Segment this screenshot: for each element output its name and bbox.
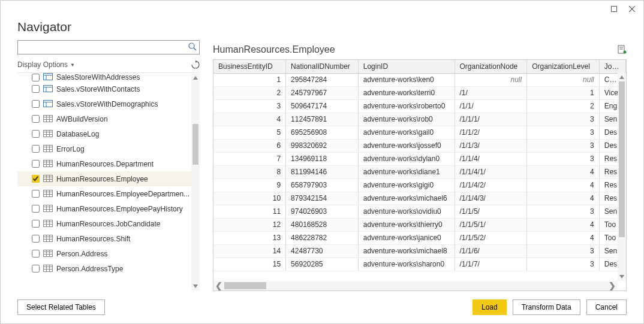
scroll-down-icon[interactable]	[191, 282, 200, 290]
table-icon	[43, 145, 53, 153]
tree-item[interactable]: ErrorLog	[17, 141, 200, 156]
tree-item[interactable]: HumanResources.Shift	[17, 231, 200, 246]
scroll-down-icon[interactable]	[618, 272, 626, 281]
tree-item[interactable]: Sales.vStoreWithContacts	[17, 81, 200, 96]
table-row[interactable]: 8811994146adventure-works\diane1/1/1/4/1…	[213, 165, 626, 178]
tree-item-checkbox[interactable]	[32, 100, 40, 108]
transform-data-button[interactable]: Transform Data	[513, 299, 580, 315]
table-cell: 2	[213, 86, 286, 99]
cancel-button[interactable]: Cancel	[586, 299, 627, 315]
titlebar	[1, 1, 643, 17]
left-pane: Display Options ▼ SalesStoreWithAddresse…	[17, 40, 200, 291]
column-header[interactable]: OrganizationLevel	[527, 60, 600, 73]
table-row[interactable]: 1295847284adventure-works\ken0nullnullCh…	[213, 73, 626, 86]
table-vertical-scrollbar[interactable]	[618, 73, 626, 281]
column-header[interactable]: BusinessEntityID	[213, 60, 286, 73]
tree-item-label: HumanResources.EmployeeDepartmen...	[56, 190, 200, 198]
search-input[interactable]	[17, 40, 200, 54]
preview-options-icon[interactable]	[617, 45, 627, 54]
table-row[interactable]: 3509647174adventure-works\roberto0/1/1/2…	[213, 99, 626, 113]
tree-item[interactable]: HumanResources.EmployeePayHistory	[17, 201, 200, 216]
maximize-button[interactable]	[605, 2, 623, 16]
tree-item-label: Sales.vStoreWithContacts	[56, 85, 200, 93]
tree-item[interactable]: Sales.vStoreWithDemographics	[17, 96, 200, 111]
scrollbar-thumb[interactable]	[619, 81, 625, 237]
tree-item-checkbox[interactable]	[32, 220, 40, 228]
table-icon	[43, 115, 53, 123]
table-row[interactable]: 6998320692adventure-works\jossef0/1/1/3/…	[213, 139, 626, 152]
select-related-tables-button[interactable]: Select Related Tables	[17, 299, 105, 315]
object-tree[interactable]: SalesStoreWithAddressesSales.vStoreWithC…	[17, 73, 200, 291]
tree-item[interactable]: SalesStoreWithAddresses	[17, 73, 200, 81]
table-cell: 509647174	[286, 99, 359, 113]
display-options-dropdown[interactable]: Display Options ▼	[17, 60, 75, 69]
tree-item-checkbox[interactable]	[32, 175, 40, 183]
table-row[interactable]: 1442487730adventure-works\michael8/1/1/6…	[213, 244, 626, 258]
table-icon	[43, 130, 53, 138]
table-cell: adventure-works\terri0	[358, 86, 455, 99]
tree-item-checkbox[interactable]	[32, 115, 40, 123]
tree-item-checkbox[interactable]	[32, 145, 40, 153]
right-pane: HumanResources.Employee BusinessEntityID…	[213, 40, 627, 291]
tree-item-checkbox[interactable]	[32, 205, 40, 213]
page-title: Navigator	[17, 20, 627, 34]
column-header[interactable]: JobTitle	[599, 60, 625, 73]
tree-item[interactable]: Person.AddressType	[17, 261, 200, 276]
tree-item[interactable]: HumanResources.EmployeeDepartmen...	[17, 186, 200, 201]
column-header[interactable]: OrganizationNode	[455, 60, 527, 73]
search-icon[interactable]	[188, 43, 197, 51]
tree-item-checkbox[interactable]	[32, 265, 40, 272]
close-button[interactable]	[623, 2, 641, 16]
tree-item-checkbox[interactable]	[32, 160, 40, 168]
tree-item[interactable]: HumanResources.JobCandidate	[17, 216, 200, 231]
table-icon	[43, 205, 53, 213]
table-cell: 3	[527, 139, 600, 152]
tree-item-checkbox[interactable]	[32, 250, 40, 258]
table-cell: 3	[527, 244, 600, 258]
tree-item[interactable]: HumanResources.Department	[17, 156, 200, 171]
table-row[interactable]: 10879342154adventure-works\michael6/1/1/…	[213, 192, 626, 205]
table-icon	[43, 160, 53, 168]
table-row[interactable]: 1556920285adventure-works\sharon0/1/1/7/…	[213, 258, 626, 271]
tree-item-label: HumanResources.Shift	[56, 235, 200, 243]
tree-item[interactable]: AWBuildVersion	[17, 111, 200, 126]
chevron-down-icon: ▼	[70, 62, 75, 68]
table-cell: adventure-works\diane1	[358, 165, 455, 178]
table-cell: 811994146	[286, 165, 359, 178]
tree-item[interactable]: HumanResources.Employee	[17, 171, 200, 186]
tree-item-checkbox[interactable]	[32, 235, 40, 243]
tree-item[interactable]: DatabaseLog	[17, 126, 200, 141]
table-icon	[43, 190, 53, 198]
table-row[interactable]: 5695256908adventure-works\gail0/1/1/2/3D…	[213, 126, 626, 139]
table-cell: /1/1/	[455, 99, 527, 113]
tree-scrollbar[interactable]	[191, 74, 200, 290]
tree-item-checkbox[interactable]	[32, 190, 40, 198]
table-row[interactable]: 2245797967adventure-works\terri0/1/1Vice	[213, 86, 626, 99]
load-button[interactable]: Load	[473, 299, 507, 315]
scrollbar-thumb[interactable]	[192, 124, 198, 165]
table-cell: /1/1/4/1/	[455, 165, 527, 178]
table-row[interactable]: 12480168528adventure-works\thierry0/1/1/…	[213, 218, 626, 231]
scroll-up-icon[interactable]	[191, 74, 200, 82]
scrollbar-thumb[interactable]	[224, 282, 266, 289]
tree-item[interactable]: Person.Address	[17, 246, 200, 261]
column-header[interactable]: LoginID	[358, 60, 455, 73]
table-row[interactable]: 9658797903adventure-works\gigi0/1/1/4/2/…	[213, 178, 626, 192]
scroll-right-icon[interactable]: ❯	[607, 281, 618, 290]
table-cell: adventure-works\dylan0	[358, 152, 455, 165]
tree-item-checkbox[interactable]	[32, 130, 40, 138]
table-row[interactable]: 13486228782adventure-works\janice0/1/1/5…	[213, 231, 626, 244]
scroll-up-icon[interactable]	[618, 73, 626, 81]
table-row[interactable]: 11974026903adventure-works\ovidiu0/1/1/5…	[213, 205, 626, 218]
column-header[interactable]: NationalIDNumber	[286, 60, 359, 73]
tree-item-checkbox[interactable]	[32, 74, 40, 81]
table-horizontal-scrollbar[interactable]: ❮ ❯	[213, 281, 618, 290]
table-row[interactable]: 4112457891adventure-works\rob0/1/1/1/3Se…	[213, 113, 626, 126]
scroll-left-icon[interactable]: ❮	[213, 281, 224, 290]
table-cell: 3	[527, 258, 600, 271]
table-cell: 4	[527, 165, 600, 178]
tree-item-checkbox[interactable]	[32, 85, 40, 93]
refresh-button[interactable]	[191, 60, 200, 69]
svg-rect-12	[44, 100, 53, 107]
table-row[interactable]: 7134969118adventure-works\dylan0/1/1/4/3…	[213, 152, 626, 165]
